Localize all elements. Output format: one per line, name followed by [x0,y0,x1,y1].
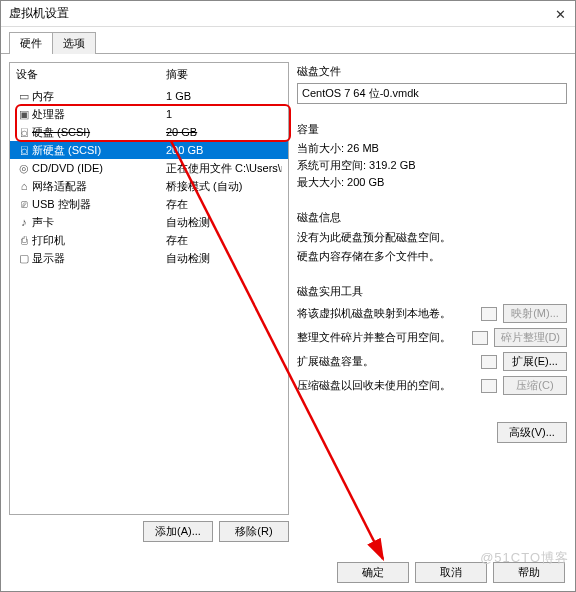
capacity-title: 容量 [297,122,567,137]
device-name: 声卡 [32,215,166,230]
device-list[interactable]: ▭内存1 GB▣处理器1⌼硬盘 (SCSI)20 GB⌼新硬盘 (SCSI)20… [10,87,288,514]
capacity-max: 最大大小: 200 GB [297,175,567,190]
device-icon: ⌂ [16,180,32,192]
device-row[interactable]: ⌼新硬盘 (SCSI)200 GB [10,141,288,159]
window-title: 虚拟机设置 [9,5,553,22]
defrag-icon [472,331,488,345]
advanced-button[interactable]: 高级(V)... [497,422,567,443]
device-name: 内存 [32,89,166,104]
disk-info-line1: 没有为此硬盘预分配磁盘空间。 [297,229,567,246]
device-summary: 存在 [166,233,282,248]
tools-title: 磁盘实用工具 [297,284,567,299]
device-row[interactable]: ⌼硬盘 (SCSI)20 GB [10,123,288,141]
map-label: 将该虚拟机磁盘映射到本地卷。 [297,306,475,321]
device-summary: 自动检测 [166,215,282,230]
device-name: USB 控制器 [32,197,166,212]
col-device: 设备 [16,67,166,82]
cancel-button[interactable]: 取消 [415,562,487,583]
device-summary: 桥接模式 (自动) [166,179,282,194]
device-name: 处理器 [32,107,166,122]
device-summary: 自动检测 [166,251,282,266]
device-icon: ▭ [16,90,32,103]
device-row[interactable]: ♪声卡自动检测 [10,213,288,231]
device-row[interactable]: ⎚USB 控制器存在 [10,195,288,213]
disk-info-title: 磁盘信息 [297,210,567,225]
device-icon: ▢ [16,252,32,265]
expand-label: 扩展磁盘容量。 [297,354,475,369]
device-row[interactable]: ▣处理器1 [10,105,288,123]
device-summary: 1 GB [166,90,282,102]
device-icon: ◎ [16,162,32,175]
device-icon: ♪ [16,216,32,228]
compact-button[interactable]: 压缩(C) [503,376,567,395]
disk-file-value: CentOS 7 64 位-0.vmdk [297,83,567,104]
disk-file-title: 磁盘文件 [297,64,567,79]
disk-info-line2: 硬盘内容存储在多个文件中。 [297,248,567,265]
device-summary: 存在 [166,197,282,212]
expand-icon [481,355,497,369]
device-row[interactable]: ⎙打印机存在 [10,231,288,249]
device-row[interactable]: ⌂网络适配器桥接模式 (自动) [10,177,288,195]
device-summary: 正在使用文件 C:\Users\root\De... [166,161,282,176]
device-name: 硬盘 (SCSI) [32,125,166,140]
close-icon[interactable]: ✕ [553,7,567,21]
compact-icon [481,379,497,393]
map-icon [481,307,497,321]
watermark: @51CTO博客 [480,549,569,567]
device-name: CD/DVD (IDE) [32,162,166,174]
compact-label: 压缩磁盘以回收未使用的空间。 [297,378,475,393]
capacity-free: 系统可用空间: 319.2 GB [297,158,567,173]
defrag-button[interactable]: 碎片整理(D) [494,328,567,347]
tab-hardware[interactable]: 硬件 [9,32,53,54]
tabs: 硬件 选项 [1,27,575,54]
device-summary: 20 GB [166,126,282,138]
device-summary: 1 [166,108,282,120]
device-icon: ⎙ [16,234,32,246]
device-row[interactable]: ◎CD/DVD (IDE)正在使用文件 C:\Users\root\De... [10,159,288,177]
device-name: 网络适配器 [32,179,166,194]
map-button[interactable]: 映射(M)... [503,304,567,323]
device-icon: ⌼ [16,126,32,138]
device-row[interactable]: ▭内存1 GB [10,87,288,105]
ok-button[interactable]: 确定 [337,562,409,583]
remove-button[interactable]: 移除(R) [219,521,289,542]
device-icon: ⎚ [16,198,32,210]
add-button[interactable]: 添加(A)... [143,521,213,542]
tab-options[interactable]: 选项 [52,32,96,54]
device-list-panel: 设备 摘要 ▭内存1 GB▣处理器1⌼硬盘 (SCSI)20 GB⌼新硬盘 (S… [9,62,289,515]
device-row[interactable]: ▢显示器自动检测 [10,249,288,267]
defrag-label: 整理文件碎片并整合可用空间。 [297,330,466,345]
device-name: 新硬盘 (SCSI) [32,143,166,158]
device-name: 打印机 [32,233,166,248]
expand-button[interactable]: 扩展(E)... [503,352,567,371]
device-name: 显示器 [32,251,166,266]
device-icon: ▣ [16,108,32,121]
col-summary: 摘要 [166,67,282,82]
device-summary: 200 GB [166,144,282,156]
device-icon: ⌼ [16,144,32,156]
capacity-current: 当前大小: 26 MB [297,141,567,156]
